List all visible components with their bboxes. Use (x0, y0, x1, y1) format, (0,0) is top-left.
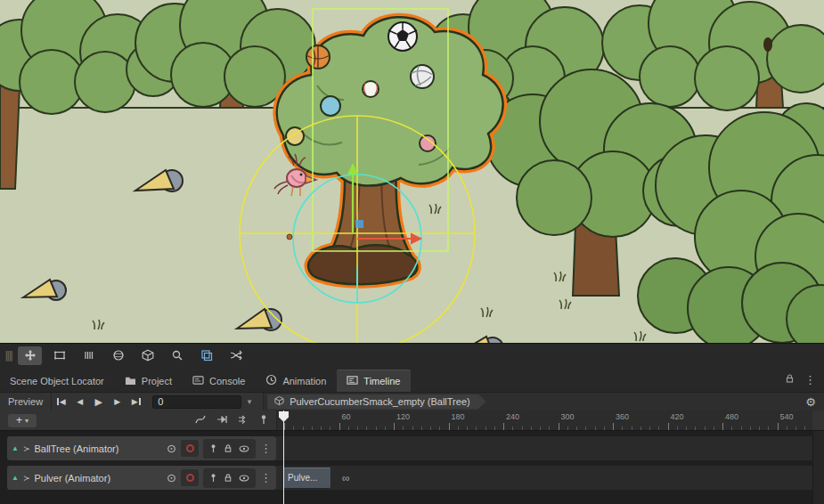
track-label: Pulver (Animator) (34, 473, 162, 484)
breadcrumb-label: PulverCucumberSmack_empty (BallTree) (290, 396, 470, 407)
scene-toolbar: ∥∥ (0, 343, 824, 367)
track-lane[interactable] (276, 436, 813, 460)
ruler-label: 60 (342, 412, 351, 421)
shuffle-tool-icon[interactable] (224, 346, 248, 365)
edit-mode-ripple-icon[interactable] (238, 412, 249, 428)
eye-icon[interactable] (239, 470, 249, 486)
caret-down-icon: ▾ (25, 417, 29, 425)
scene-view[interactable] (0, 0, 824, 343)
ruler-tick (394, 423, 395, 430)
search-tool-icon[interactable] (165, 346, 189, 365)
ruler-label: 420 (671, 412, 684, 421)
curves-toggle-icon[interactable] (195, 412, 206, 428)
timeline-ruler[interactable]: 60120180240300360420480540 (276, 411, 812, 430)
next-frame-button[interactable]: ▶ (108, 393, 126, 411)
ruler-label: 480 (725, 412, 738, 421)
console-icon (192, 375, 204, 387)
ruler-tick (613, 423, 614, 430)
kebab-menu-icon[interactable]: ⋮ (260, 471, 272, 484)
tab-label: Animation (282, 376, 326, 386)
track-lane[interactable] (276, 466, 813, 490)
ruler-label: 240 (506, 412, 519, 421)
record-ring-icon (186, 444, 194, 452)
tab-animation[interactable]: Animation (256, 370, 336, 392)
volleyball (411, 65, 434, 88)
infinity-icon: ∞ (342, 467, 350, 489)
clock-icon (265, 374, 277, 387)
layers-tool-icon[interactable] (194, 346, 218, 365)
current-frame-field[interactable] (152, 395, 241, 409)
breadcrumb-bar: PulverCucumberSmack_empty (BallTree) ⚙ (263, 393, 824, 411)
lock-icon[interactable] (224, 441, 233, 457)
timeline-track-toolbar: +▾ 60120180240300360420480540 (0, 411, 824, 430)
frame-options-dropdown[interactable]: ▾ (241, 397, 257, 406)
baseball (363, 81, 379, 97)
sphere-tool-icon[interactable] (106, 346, 130, 365)
ruler-tick (503, 423, 504, 430)
playhead-line[interactable] (283, 411, 284, 504)
tab-project[interactable]: Project (115, 370, 182, 392)
previous-frame-button[interactable]: ◀ (70, 393, 89, 411)
basketball (306, 45, 330, 69)
target-icon[interactable]: ⊙ (167, 443, 176, 454)
timeline-body: +▾ 60120180240300360420480540 ▲ ≻ BallTr… (0, 411, 824, 504)
go-to-start-button[interactable]: ◀ (52, 393, 70, 411)
record-ring-icon (186, 474, 194, 482)
tab-label: Console (209, 376, 245, 386)
move-tool-icon[interactable] (18, 346, 42, 365)
kebab-menu-icon[interactable]: ⋮ (804, 373, 816, 386)
tab-label: Scene Object Locator (10, 376, 104, 386)
record-button[interactable] (181, 440, 199, 457)
ruler-label: 180 (452, 412, 465, 421)
clip-label: Pulve... (288, 473, 317, 483)
ruler-label: 300 (561, 412, 575, 421)
track-header-pulver[interactable]: ▲ ≻ Pulver (Animator) ⊙ ⋮ (7, 466, 276, 490)
pin-icon[interactable] (209, 470, 217, 486)
target-icon[interactable]: ⊙ (167, 472, 176, 484)
toolbar-drag-handle[interactable]: ∥∥ (4, 349, 12, 362)
cube-icon (274, 395, 284, 408)
record-button[interactable] (181, 469, 199, 486)
edit-mode-mix-icon[interactable] (216, 412, 227, 428)
tab-console[interactable]: Console (183, 370, 255, 392)
timeline-transport: Preview ◀ ◀ ▶ ▶ ▶ ▾ PulverCucumberSmack_… (0, 392, 824, 411)
animator-icon: ▲ (12, 445, 19, 452)
track-header-balltree[interactable]: ▲ ≻ BallTree (Animator) ⊙ ⋮ (7, 436, 276, 460)
tab-timeline[interactable]: Timeline (337, 370, 410, 392)
plus-icon: + (16, 414, 22, 427)
tab-scene-object-locator[interactable]: Scene Object Locator (0, 370, 114, 392)
preview-label: Preview (8, 396, 43, 407)
rect-tool-icon[interactable] (47, 346, 71, 365)
ruler-label: 360 (616, 412, 629, 421)
prefab-tool-icon[interactable] (135, 346, 159, 365)
eye-icon[interactable] (239, 441, 249, 457)
ruler-tick (722, 423, 723, 430)
ruler-label: 540 (780, 412, 794, 421)
lock-icon[interactable] (785, 371, 795, 387)
pivot-dot (287, 234, 292, 240)
tab-bar: Scene Object Locator Project Console Ani… (0, 367, 824, 392)
blue-ball (321, 96, 340, 116)
vertical-scrollbar[interactable] (812, 431, 824, 504)
ruler-tick (778, 423, 779, 430)
add-track-button[interactable]: +▾ (8, 414, 37, 427)
kebab-menu-icon[interactable]: ⋮ (260, 442, 272, 455)
grid-tool-icon[interactable] (77, 346, 101, 365)
tab-label: Timeline (363, 376, 400, 386)
timeline-clip[interactable]: Pulve... (283, 467, 331, 489)
gear-icon[interactable]: ⚙ (805, 395, 824, 409)
folder-icon (125, 375, 136, 387)
breadcrumb[interactable]: PulverCucumberSmack_empty (BallTree) (267, 394, 486, 410)
animator-icon: ▲ (12, 475, 19, 482)
play-button[interactable]: ▶ (89, 393, 108, 411)
tab-label: Project (142, 376, 172, 386)
lock-icon[interactable] (224, 470, 233, 486)
pin-icon[interactable] (209, 441, 217, 457)
preview-toggle[interactable]: Preview (0, 393, 52, 411)
ruler-tick (559, 423, 559, 430)
track-type-icon: ≻ (23, 474, 30, 483)
go-to-end-button[interactable]: ▶ (126, 393, 145, 411)
pin-icon[interactable] (259, 412, 268, 428)
track-label: BallTree (Animator) (34, 443, 162, 454)
soccer-ball (388, 22, 417, 51)
